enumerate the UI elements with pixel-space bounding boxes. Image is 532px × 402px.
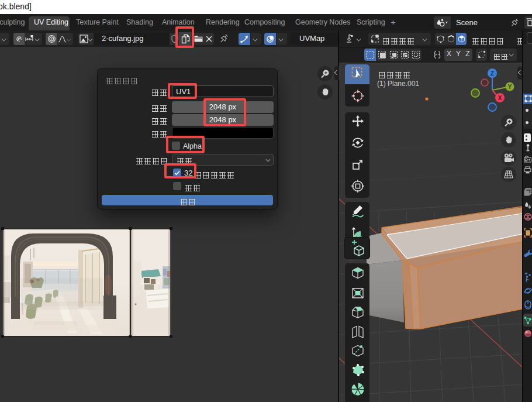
svg-text:X: X bbox=[498, 95, 502, 101]
svg-text:Z: Z bbox=[490, 70, 494, 77]
svg-text:Y: Y bbox=[508, 84, 512, 90]
